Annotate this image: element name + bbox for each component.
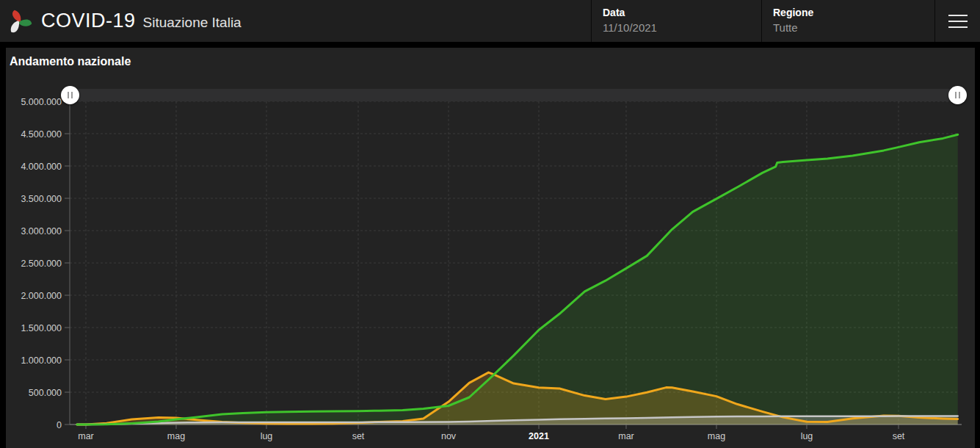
civil-protection-logo-icon (6, 8, 32, 35)
x-axis-label: mar (618, 431, 634, 441)
y-axis-label: 4.000.000 (21, 162, 62, 172)
time-slider-end-handle[interactable] (948, 86, 967, 104)
date-selector-value: 11/10/2021 (603, 21, 761, 34)
x-axis-label: lug (261, 431, 273, 441)
y-axis-label: 3.500.000 (21, 194, 62, 204)
x-axis-label: lug (801, 431, 813, 441)
national-trend-chart[interactable]: 0500.0001.000.0001.500.0002.000.0002.500… (6, 48, 975, 448)
brand-titles: COVID-19 Situazione Italia (41, 10, 242, 32)
hamburger-menu-button[interactable] (934, 0, 980, 42)
x-axis-label: mar (78, 431, 94, 441)
app-title: COVID-19 (41, 10, 136, 32)
chart-title: Andamento nazionale (10, 55, 131, 68)
date-selector-label: Data (603, 7, 761, 18)
y-axis-label: 1.000.000 (21, 355, 62, 366)
region-selector[interactable]: Regione Tutte (761, 0, 934, 42)
chart-panel: Andamento nazionale 0500.0001.000.0001.5… (6, 48, 975, 448)
x-axis-label: nov (441, 431, 457, 441)
app-header: COVID-19 Situazione Italia Data 11/10/20… (0, 0, 980, 42)
y-axis-label: 2.000.000 (21, 291, 62, 301)
y-axis-label: 5.000.000 (21, 97, 62, 107)
x-axis-label: mag (708, 431, 725, 441)
y-axis-label: 500.000 (29, 388, 62, 398)
area-guariti (77, 134, 958, 424)
time-slider-start-handle[interactable] (61, 86, 79, 104)
region-selector-value: Tutte (773, 21, 934, 34)
y-axis-label: 0 (57, 420, 62, 430)
x-axis-label: 2021 (529, 431, 549, 441)
region-selector-label: Regione (773, 7, 934, 18)
date-selector[interactable]: Data 11/10/2021 (591, 0, 761, 42)
time-slider-track[interactable] (70, 89, 958, 101)
x-axis-label: set (893, 431, 905, 441)
y-axis-label: 1.500.000 (21, 323, 62, 333)
app-subtitle: Situazione Italia (143, 15, 242, 31)
x-axis-label: mag (167, 431, 185, 441)
y-axis-label: 3.000.000 (21, 226, 62, 236)
y-axis-label: 4.500.000 (21, 129, 62, 140)
app-brand: COVID-19 Situazione Italia (0, 0, 591, 42)
y-axis-label: 2.500.000 (21, 259, 62, 269)
x-axis-label: set (352, 431, 365, 441)
